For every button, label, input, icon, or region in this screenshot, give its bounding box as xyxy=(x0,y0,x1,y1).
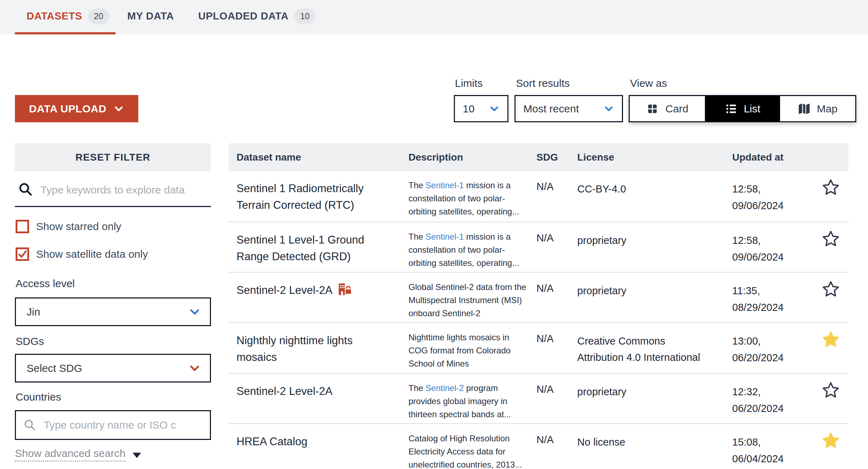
tab-bar: DATASETS 20 MY DATA UPLOADED DATA 10 xyxy=(0,0,868,34)
checkmark-icon xyxy=(18,250,27,259)
access-level-select[interactable]: Jin xyxy=(15,297,211,326)
sdg-value: N/A xyxy=(536,232,553,244)
license-value: No license xyxy=(577,434,713,450)
countries-label: Countries xyxy=(16,391,61,403)
star-icon xyxy=(822,230,840,248)
tab-uploaded-data[interactable]: UPLOADED DATA 10 xyxy=(198,0,316,32)
dataset-name[interactable]: Sentinel-2 Level-2A xyxy=(237,282,389,301)
updated-at: 12:32,06/20/2024 xyxy=(732,384,784,417)
access-level-label: Access level xyxy=(16,278,75,290)
table-row: Sentinel-2 Level-2A Global Sentinel-2 da… xyxy=(229,272,848,322)
dataset-name[interactable]: Sentinel 1 Radiometrically Terrain Corre… xyxy=(237,180,389,213)
license-value: proprietary xyxy=(577,384,713,400)
countries-search-input[interactable] xyxy=(43,419,200,431)
card-grid-icon xyxy=(646,102,659,115)
updated-at: 12:58,09/06/2024 xyxy=(732,181,784,214)
updated-at: 15:08,06/04/2024 xyxy=(732,434,784,467)
dataset-description: Catalog of High Resolution Electricity A… xyxy=(408,432,527,469)
chevron-down-icon xyxy=(489,104,500,114)
license-value: proprietary xyxy=(577,232,713,249)
map-icon xyxy=(798,102,811,115)
dataset-name[interactable]: Sentinel 1 Level-1 Ground Range Detected… xyxy=(237,231,389,265)
star-toggle[interactable] xyxy=(820,229,841,250)
show-advanced-search-label: Show advanced search xyxy=(15,447,126,462)
checkbox-unchecked[interactable] xyxy=(16,220,29,233)
updated-at: 13:00,06/20/2024 xyxy=(732,333,784,366)
sort-results-value: Most recent xyxy=(523,103,579,115)
view-as-toggle-group: Card List Map xyxy=(629,95,856,122)
sort-results-label: Sort results xyxy=(516,77,570,89)
col-dataset-name: Dataset name xyxy=(237,152,301,163)
col-updated-at: Updated at xyxy=(732,152,784,163)
show-advanced-search-link[interactable]: Show advanced search xyxy=(15,447,141,462)
checkbox-checked[interactable] xyxy=(16,247,29,261)
search-icon xyxy=(18,182,33,197)
col-sdg: SDG xyxy=(536,152,558,163)
chevron-down-icon xyxy=(113,104,124,114)
description-link[interactable]: Sentinel-1 xyxy=(425,232,464,241)
sdg-value: N/A xyxy=(536,333,553,345)
reset-filter-label: RESET FILTER xyxy=(76,152,150,163)
sdgs-label: SDGs xyxy=(16,335,44,347)
sort-results-select[interactable]: Most recent xyxy=(514,95,623,122)
caret-down-icon xyxy=(133,453,141,458)
search-icon xyxy=(23,418,37,432)
updated-at: 12:58,09/06/2024 xyxy=(732,232,784,266)
license-value: proprietary xyxy=(577,283,713,299)
view-list-label: List xyxy=(744,103,761,115)
star-toggle[interactable] xyxy=(820,380,841,401)
table-row: Nighthly nighttime lights mosaics Nightt… xyxy=(229,322,848,373)
keyword-search-input[interactable] xyxy=(40,181,211,199)
dataset-name[interactable]: HREA Catalog xyxy=(237,433,389,450)
view-map-label: Map xyxy=(817,103,838,115)
table-row: Sentinel-2 Level-2A The Sentinel-2 progr… xyxy=(229,373,848,423)
search-underline xyxy=(15,206,211,207)
dataset-description: Nighttime lights mosaics in COG format f… xyxy=(408,331,527,370)
dataset-name[interactable]: Sentinel-2 Level-2A xyxy=(237,383,389,400)
sdg-value: N/A xyxy=(536,181,553,192)
list-icon xyxy=(725,102,738,115)
star-toggle[interactable] xyxy=(820,279,841,300)
building-lock-icon xyxy=(338,283,353,301)
star-toggle[interactable] xyxy=(820,329,841,351)
active-tab-indicator xyxy=(15,32,116,34)
data-upload-button[interactable]: DATA UPLOAD xyxy=(15,95,138,122)
tab-my-data[interactable]: MY DATA xyxy=(127,0,174,32)
chevron-down-icon xyxy=(189,362,201,374)
show-starred-only-label: Show starred only xyxy=(36,220,121,233)
show-satellite-only-checkbox-row[interactable]: Show satellite data only xyxy=(16,247,148,261)
dataset-name[interactable]: Nighthly nighttime lights mosaics xyxy=(237,332,389,365)
view-list-button[interactable]: List xyxy=(705,96,780,121)
reset-filter-button[interactable]: RESET FILTER xyxy=(15,143,211,171)
star-icon xyxy=(822,431,840,450)
dataset-description: The Sentinel-2 program provides global i… xyxy=(408,381,527,421)
sdg-value: N/A xyxy=(536,434,553,446)
data-upload-label: DATA UPLOAD xyxy=(29,103,106,115)
chevron-down-icon xyxy=(603,104,614,114)
sdg-value: N/A xyxy=(536,384,553,395)
star-icon xyxy=(822,330,840,349)
col-description: Description xyxy=(408,152,463,163)
show-satellite-only-label: Show satellite data only xyxy=(36,248,148,260)
limits-label: Limits xyxy=(455,77,483,89)
countries-search-box xyxy=(15,410,211,440)
dataset-description: The Sentinel-1 mission is a constellatio… xyxy=(408,230,527,269)
sdg-value: N/A xyxy=(536,283,553,294)
access-level-value: Jin xyxy=(27,306,40,318)
star-icon xyxy=(822,280,840,298)
view-card-button[interactable]: Card xyxy=(630,96,705,121)
tab-uploaded-data-count-badge: 10 xyxy=(294,9,316,24)
description-link[interactable]: Sentinel-2 xyxy=(425,383,464,393)
star-toggle[interactable] xyxy=(820,177,841,199)
table-row: Sentinel 1 Level-1 Ground Range Detected… xyxy=(229,222,848,272)
description-link[interactable]: Sentinel-1 xyxy=(425,180,464,190)
star-toggle[interactable] xyxy=(820,430,841,452)
sdg-select[interactable]: Select SDG xyxy=(15,354,211,383)
view-map-button[interactable]: Map xyxy=(780,96,855,121)
dataset-description: The Sentinel-1 mission is a constellatio… xyxy=(408,179,527,218)
dataset-description: Global Sentinel-2 data from the Multispe… xyxy=(408,280,527,320)
limits-select[interactable]: 10 xyxy=(454,95,508,122)
show-starred-only-checkbox-row[interactable]: Show starred only xyxy=(16,220,121,233)
tab-datasets[interactable]: DATASETS 20 xyxy=(27,0,109,32)
view-as-label: View as xyxy=(630,77,667,89)
